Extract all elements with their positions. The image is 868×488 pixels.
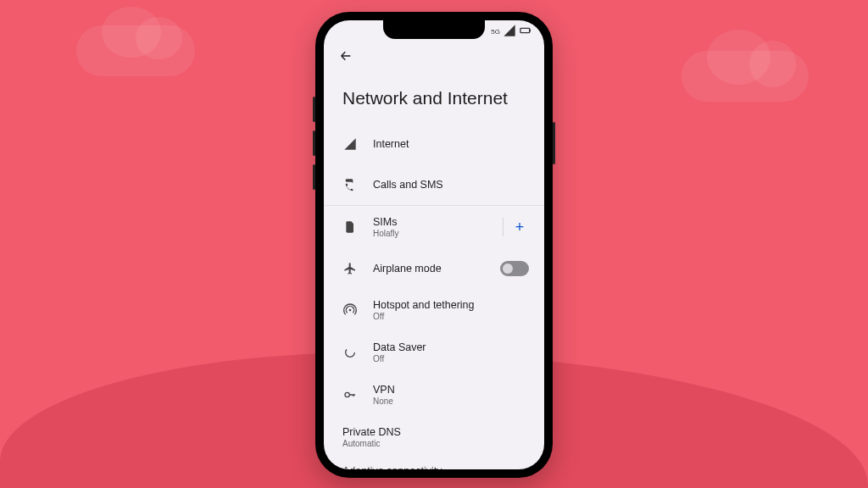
battery-icon [519, 24, 532, 39]
cloud-decoration [76, 25, 195, 76]
signal-triangle-icon [342, 136, 358, 152]
row-label: Internet [373, 138, 529, 150]
row-label: Calls and SMS [373, 179, 529, 191]
row-private-dns[interactable]: Private DNS Automatic [324, 416, 544, 458]
row-label: Hotspot and tethering [373, 299, 529, 311]
row-subtitle: Off [373, 354, 529, 363]
settings-list: Internet Calls and SMS SIMs Holafly [324, 124, 544, 469]
cloud-decoration [682, 51, 809, 102]
row-subtitle: None [373, 396, 529, 406]
row-vpn[interactable]: VPN None [324, 374, 544, 416]
row-label: Airplane mode [373, 263, 485, 274]
row-subtitle: Off [373, 312, 529, 321]
page-title: Network and Internet [324, 68, 544, 124]
phone-screen: 5G Network and Internet Inte [324, 20, 544, 469]
plus-icon: + [515, 219, 525, 236]
vertical-divider [503, 218, 504, 236]
hotspot-icon [342, 302, 358, 318]
phone-sms-icon [342, 177, 358, 192]
row-calls-sms[interactable]: Calls and SMS [324, 164, 544, 205]
svg-point-3 [346, 348, 355, 358]
sim-card-icon [342, 219, 358, 235]
row-sims[interactable]: SIMs Holafly + [324, 206, 544, 248]
status-network-label: 5G [491, 28, 500, 36]
signal-icon [503, 24, 516, 39]
row-subtitle: Holafly [373, 229, 487, 238]
back-button[interactable] [336, 47, 356, 68]
row-subtitle: Automatic [342, 439, 529, 448]
row-label: VPN [373, 384, 529, 396]
data-saver-icon [342, 345, 358, 360]
svg-point-2 [349, 309, 352, 312]
svg-point-4 [345, 392, 349, 396]
svg-rect-1 [530, 30, 531, 32]
vpn-key-icon [342, 387, 358, 402]
phone-frame: 5G Network and Internet Inte [315, 12, 553, 478]
row-internet[interactable]: Internet [324, 124, 544, 164]
row-label: Private DNS [342, 426, 529, 438]
row-airplane-mode[interactable]: Airplane mode [324, 248, 544, 289]
airplane-icon [342, 261, 358, 276]
add-sim-button[interactable]: + [510, 218, 529, 236]
phone-notch [383, 20, 485, 39]
row-label: Data Saver [373, 341, 529, 353]
row-label: SIMs [373, 216, 487, 228]
row-hotspot[interactable]: Hotspot and tethering Off [324, 289, 544, 331]
row-data-saver[interactable]: Data Saver Off [324, 331, 544, 374]
svg-rect-0 [520, 28, 530, 32]
arrow-left-icon [339, 49, 353, 66]
row-adaptive-connectivity[interactable]: Adaptive connectivity [324, 458, 544, 469]
airplane-mode-toggle[interactable] [500, 261, 529, 276]
